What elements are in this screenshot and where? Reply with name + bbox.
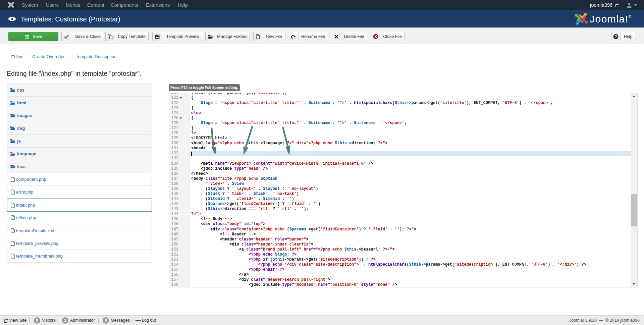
svg-text:?: ? [615,35,617,39]
